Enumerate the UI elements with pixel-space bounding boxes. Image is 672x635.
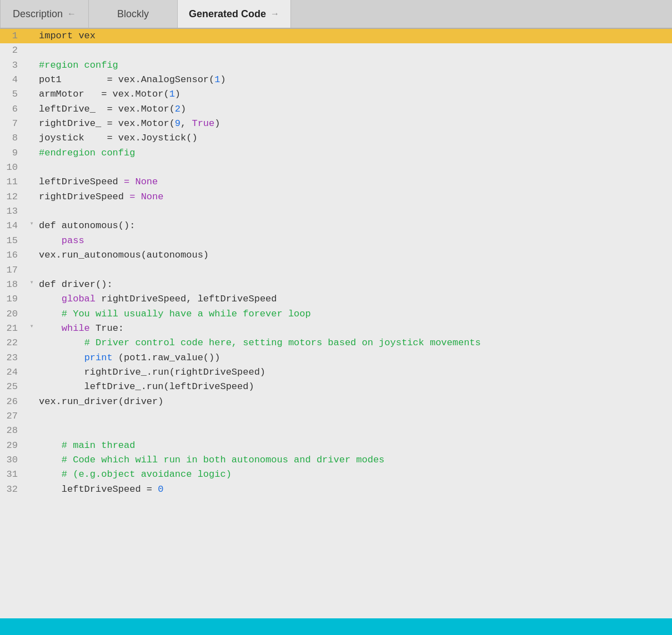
code-line[interactable]: # You will usually have a while forever … bbox=[37, 307, 672, 321]
code-line[interactable]: rightDrive_.run(rightDriveSpeed) bbox=[37, 365, 672, 380]
fold-indicator bbox=[27, 453, 37, 467]
line-number: 21 bbox=[0, 321, 27, 336]
table-row: 4pot1 = vex.AnalogSensor(1) bbox=[0, 73, 672, 87]
table-row: 28 bbox=[0, 424, 672, 438]
code-line[interactable]: leftDrive_.run(leftDriveSpeed) bbox=[37, 380, 672, 394]
line-number: 22 bbox=[0, 336, 27, 350]
code-table: 1import vex23#region config4pot1 = vex.A… bbox=[0, 29, 672, 497]
code-line[interactable]: pass bbox=[37, 234, 672, 248]
code-token: # Driver control code here, setting moto… bbox=[84, 337, 481, 348]
code-line[interactable]: # Driver control code here, setting moto… bbox=[37, 336, 672, 350]
fold-indicator[interactable]: ▾ bbox=[27, 219, 37, 233]
line-number: 26 bbox=[0, 395, 27, 409]
code-line[interactable]: leftDrive_ = vex.Motor(2) bbox=[37, 102, 672, 117]
code-token: rightDrive_ = vex.Motor( bbox=[39, 118, 175, 129]
code-token: global bbox=[62, 294, 96, 304]
code-line[interactable] bbox=[37, 424, 672, 438]
line-number: 19 bbox=[0, 292, 27, 306]
fold-indicator bbox=[27, 307, 37, 321]
code-line[interactable] bbox=[37, 204, 672, 219]
tab-generated-code-arrow: → bbox=[270, 9, 279, 19]
code-line[interactable]: armMotor = vex.Motor(1) bbox=[37, 87, 672, 102]
table-row: 31 # (e.g.object avoidance logic) bbox=[0, 467, 672, 482]
table-row: 24 rightDrive_.run(rightDriveSpeed) bbox=[0, 365, 672, 380]
tab-description-label: Description bbox=[13, 8, 63, 20]
fold-indicator bbox=[27, 43, 37, 58]
table-row: 15 pass bbox=[0, 234, 672, 248]
line-number: 1 bbox=[0, 29, 27, 43]
code-line[interactable]: # (e.g.object avoidance logic) bbox=[37, 467, 672, 482]
code-line[interactable]: joystick = vex.Joystick() bbox=[37, 131, 672, 145]
code-token: ) bbox=[214, 118, 220, 129]
tab-description[interactable]: Description ← bbox=[0, 0, 89, 28]
code-line[interactable]: pot1 = vex.AnalogSensor(1) bbox=[37, 73, 672, 87]
code-line[interactable] bbox=[37, 409, 672, 424]
code-token: armMotor = vex.Motor( bbox=[39, 89, 169, 99]
code-token: leftDrive_ = vex.Motor( bbox=[39, 104, 175, 114]
code-line[interactable]: vex.run_autonomous(autonomous) bbox=[37, 248, 672, 263]
code-token bbox=[135, 191, 141, 202]
code-token: #endregion config bbox=[39, 148, 135, 158]
tab-blockly[interactable]: Blockly bbox=[89, 0, 178, 28]
fold-indicator bbox=[27, 439, 37, 453]
table-row: 21▾ while True: bbox=[0, 321, 672, 336]
tab-generated-code[interactable]: Generated Code → bbox=[178, 0, 291, 28]
code-token bbox=[39, 337, 84, 348]
tab-bar: Description ← Blockly Generated Code → bbox=[0, 0, 672, 29]
fold-indicator bbox=[27, 175, 37, 189]
fold-indicator bbox=[27, 248, 37, 263]
code-line[interactable]: leftDriveSpeed = None bbox=[37, 175, 672, 189]
fold-indicator bbox=[27, 190, 37, 204]
code-token bbox=[39, 455, 62, 465]
code-line[interactable]: # Code which will run in both autonomous… bbox=[37, 453, 672, 467]
code-token: joystick = vex.Joystick() bbox=[39, 133, 198, 143]
table-row: 26vex.run_driver(driver) bbox=[0, 395, 672, 409]
table-row: 29 # main thread bbox=[0, 439, 672, 453]
fold-indicator[interactable]: ▾ bbox=[27, 278, 37, 292]
code-line[interactable]: import vex bbox=[37, 29, 672, 43]
table-row: 13 bbox=[0, 204, 672, 219]
fold-indicator bbox=[27, 73, 37, 87]
code-line[interactable] bbox=[37, 43, 672, 58]
code-token: def driver(): bbox=[39, 279, 113, 290]
table-row: 30 # Code which will run in both autonom… bbox=[0, 453, 672, 467]
code-line[interactable] bbox=[37, 263, 672, 278]
code-token: leftDrive_.run(leftDriveSpeed) bbox=[39, 381, 254, 392]
code-token: 9 bbox=[175, 118, 180, 129]
code-line[interactable]: global rightDriveSpeed, leftDriveSpeed bbox=[37, 292, 672, 306]
code-line[interactable]: rightDriveSpeed = None bbox=[37, 190, 672, 204]
code-token bbox=[39, 294, 62, 304]
line-number: 17 bbox=[0, 263, 27, 278]
code-line[interactable]: # main thread bbox=[37, 439, 672, 453]
code-token bbox=[39, 352, 84, 363]
line-number: 30 bbox=[0, 453, 27, 467]
code-line[interactable] bbox=[37, 160, 672, 175]
code-token: rightDrive_.run(rightDriveSpeed) bbox=[39, 367, 265, 377]
code-token bbox=[39, 440, 62, 451]
code-line[interactable]: print (pot1.raw_value()) bbox=[37, 351, 672, 365]
code-token: None bbox=[141, 191, 164, 202]
code-line[interactable]: #endregion config bbox=[37, 146, 672, 160]
fold-indicator[interactable]: ▾ bbox=[27, 321, 37, 336]
table-row: 8joystick = vex.Joystick() bbox=[0, 131, 672, 145]
code-line[interactable]: vex.run_driver(driver) bbox=[37, 395, 672, 409]
code-token: = bbox=[129, 191, 135, 202]
table-row: 25 leftDrive_.run(leftDriveSpeed) bbox=[0, 380, 672, 394]
code-token bbox=[129, 177, 135, 187]
code-token: while bbox=[62, 323, 90, 334]
table-row: 5armMotor = vex.Motor(1) bbox=[0, 87, 672, 102]
code-line[interactable]: def autonomous(): bbox=[37, 219, 672, 233]
table-row: 22 # Driver control code here, setting m… bbox=[0, 336, 672, 350]
table-row: 3#region config bbox=[0, 58, 672, 73]
code-line[interactable]: leftDriveSpeed = 0 bbox=[37, 482, 672, 497]
code-token: ) bbox=[220, 74, 225, 85]
code-line[interactable]: def driver(): bbox=[37, 278, 672, 292]
code-line[interactable]: while True: bbox=[37, 321, 672, 336]
line-number: 20 bbox=[0, 307, 27, 321]
code-line[interactable]: #region config bbox=[37, 58, 672, 73]
line-number: 5 bbox=[0, 87, 27, 102]
fold-indicator bbox=[27, 467, 37, 482]
code-line[interactable]: rightDrive_ = vex.Motor(9, True) bbox=[37, 117, 672, 131]
fold-indicator bbox=[27, 409, 37, 424]
table-row: 14▾def autonomous(): bbox=[0, 219, 672, 233]
